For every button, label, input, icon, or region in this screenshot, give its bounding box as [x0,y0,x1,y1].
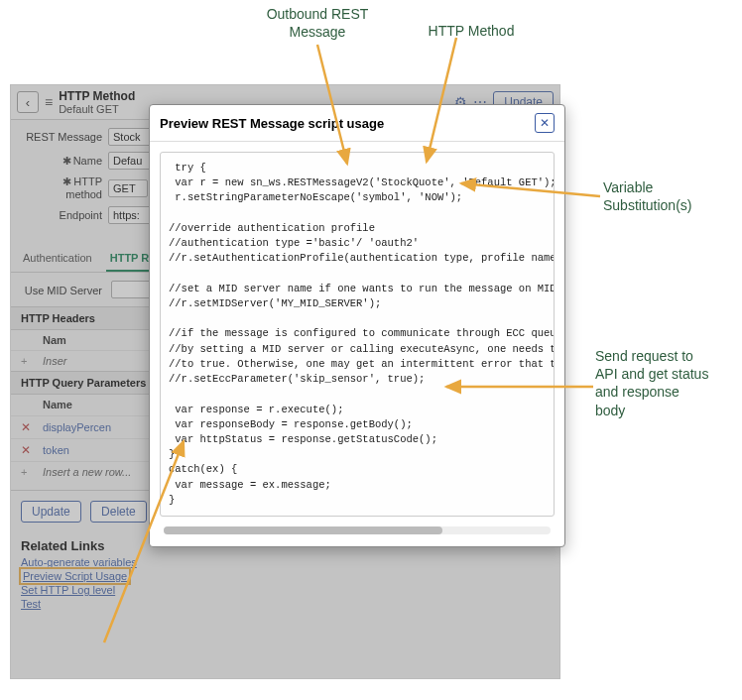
close-icon: ✕ [540,116,550,130]
scrollbar-thumb[interactable] [164,526,442,534]
annotation-http-method: HTTP Method [417,22,526,40]
close-button[interactable]: ✕ [535,113,555,133]
annotation-send-request: Send request to API and get status and r… [595,347,734,419]
modal-header: Preview REST Message script usage ✕ [150,105,564,142]
annotation-variable-sub: Variable Substitution(s) [603,178,732,214]
horizontal-scrollbar[interactable] [164,526,551,534]
modal-title: Preview REST Message script usage [160,116,384,131]
annotation-outbound-rest: Outbound REST Message [243,5,392,41]
preview-script-modal: Preview REST Message script usage ✕ try … [149,104,565,547]
script-preview-code: try { var r = new sn_ws.RESTMessageV2('S… [160,152,555,517]
